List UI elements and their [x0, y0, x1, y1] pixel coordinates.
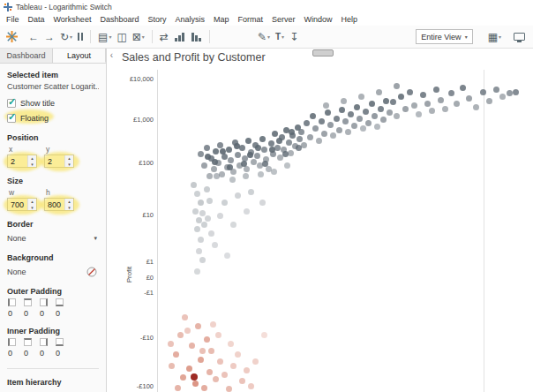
sort-descending-button[interactable] — [188, 28, 205, 46]
menu-item-story[interactable]: Story — [143, 15, 170, 24]
scatter-point[interactable] — [217, 213, 223, 219]
scatter-point[interactable] — [365, 120, 372, 126]
position-x-input[interactable]: 2 ▴▾ — [7, 155, 37, 168]
scatter-point[interactable] — [198, 357, 204, 363]
scatter-point[interactable] — [319, 118, 325, 124]
scatter-point[interactable] — [168, 341, 174, 347]
scatter-point[interactable] — [272, 131, 278, 137]
scatter-point[interactable] — [221, 154, 228, 160]
scatter-point[interactable] — [191, 373, 198, 381]
dashboard-canvas[interactable]: Sales and Profit by Customer £10,000 £1,… — [116, 49, 533, 392]
scatter-point[interactable] — [204, 186, 210, 192]
scatter-point[interactable] — [316, 138, 322, 144]
background-dropdown[interactable]: None — [7, 265, 99, 278]
tab-layout[interactable]: Layout — [53, 49, 106, 63]
scatter-point[interactable] — [334, 116, 340, 122]
scatter-point[interactable] — [201, 222, 207, 228]
scatter-point[interactable] — [186, 366, 192, 372]
scatter-point[interactable] — [226, 386, 232, 392]
scatter-point[interactable] — [198, 151, 204, 157]
scatter-point[interactable] — [288, 150, 294, 156]
scatter-point[interactable] — [198, 237, 204, 243]
scatter-point[interactable] — [228, 157, 234, 163]
padding-left-icon[interactable] — [8, 338, 16, 346]
scatter-point[interactable] — [442, 106, 448, 112]
collapse-pane-button[interactable]: ‹ — [107, 49, 116, 60]
padding-left-icon[interactable] — [8, 298, 16, 306]
forward-button[interactable]: → — [41, 28, 57, 46]
scatter-point[interactable] — [390, 99, 396, 105]
scatter-point[interactable] — [214, 173, 220, 179]
scatter-point[interactable] — [219, 171, 225, 177]
sort-ascending-button[interactable] — [171, 28, 188, 46]
menu-item-server[interactable]: Server — [267, 15, 300, 24]
scatter-point[interactable] — [205, 154, 211, 160]
scatter-point[interactable] — [493, 87, 499, 93]
scatter-point[interactable] — [235, 152, 241, 158]
scatter-point[interactable] — [348, 111, 354, 117]
highlight-button[interactable]: ✎▾ — [255, 28, 273, 46]
scatter-point[interactable] — [235, 351, 241, 358]
scatter-point[interactable] — [180, 374, 186, 381]
scatter-point[interactable] — [199, 257, 206, 263]
scatter-point[interactable] — [380, 117, 387, 123]
scatter-point[interactable] — [215, 332, 221, 338]
scatter-point[interactable] — [383, 98, 389, 104]
scatter-point[interactable] — [276, 138, 282, 144]
scatter-point[interactable] — [448, 90, 454, 96]
scatter-point[interactable] — [251, 159, 257, 165]
scatter-plot[interactable] — [157, 70, 533, 392]
scatter-point[interactable] — [402, 106, 409, 112]
scatter-point[interactable] — [358, 94, 364, 100]
scatter-point[interactable] — [507, 90, 513, 96]
padding-bottom-icon[interactable] — [56, 298, 64, 306]
scatter-point[interactable] — [336, 127, 342, 133]
scatter-point[interactable] — [259, 136, 266, 142]
scatter-point[interactable] — [177, 332, 184, 338]
scatter-point[interactable] — [195, 323, 201, 329]
position-y-input[interactable]: 2 ▴▾ — [44, 155, 74, 168]
scatter-point[interactable] — [199, 348, 206, 354]
scatter-point[interactable] — [221, 200, 228, 206]
scatter-point[interactable] — [221, 372, 228, 378]
scatter-point[interactable] — [213, 376, 219, 382]
scatter-point[interactable] — [372, 113, 378, 119]
scatter-point[interactable] — [345, 129, 351, 135]
scatter-point[interactable] — [228, 341, 234, 347]
scatter-point[interactable] — [376, 89, 382, 95]
scatter-point[interactable] — [205, 215, 211, 222]
scatter-point[interactable] — [212, 242, 218, 248]
scatter-point[interactable] — [363, 109, 369, 115]
scatter-point[interactable] — [387, 109, 393, 116]
scatter-point[interactable] — [325, 109, 331, 116]
scatter-point[interactable] — [196, 248, 202, 254]
scatter-point[interactable] — [194, 191, 200, 197]
fix-axes-button[interactable]: ↧ — [287, 28, 301, 46]
scatter-point[interactable] — [274, 145, 281, 151]
scatter-point[interactable] — [480, 89, 486, 95]
size-h-input[interactable]: 800 ▴▾ — [44, 198, 74, 211]
scatter-point[interactable] — [213, 148, 219, 155]
scatter-point[interactable] — [282, 151, 289, 157]
scatter-point[interactable] — [220, 148, 226, 155]
scatter-point[interactable] — [351, 123, 357, 129]
duplicate-button[interactable]: ◫ — [114, 28, 129, 46]
padding-right-icon[interactable] — [40, 338, 48, 346]
scatter-point[interactable] — [196, 217, 202, 223]
scatter-point[interactable] — [297, 136, 303, 142]
scatter-point[interactable] — [248, 189, 254, 195]
scatter-point[interactable] — [342, 118, 349, 124]
scatter-point[interactable] — [327, 122, 334, 128]
scatter-point[interactable] — [198, 200, 204, 206]
scatter-point[interactable] — [241, 161, 247, 167]
view-mode-select[interactable]: Entire View ▾ — [416, 29, 472, 44]
scatter-point[interactable] — [323, 102, 329, 109]
scatter-point[interactable] — [398, 94, 404, 100]
scatter-point[interactable] — [244, 208, 250, 215]
scatter-point[interactable] — [286, 139, 292, 146]
scatter-point[interactable] — [206, 198, 213, 204]
inner-padding-bottom-value[interactable]: 0 — [56, 349, 71, 358]
scatter-point[interactable] — [354, 104, 360, 110]
scatter-point[interactable] — [239, 145, 245, 151]
border-dropdown[interactable]: None ▾ — [7, 231, 99, 245]
